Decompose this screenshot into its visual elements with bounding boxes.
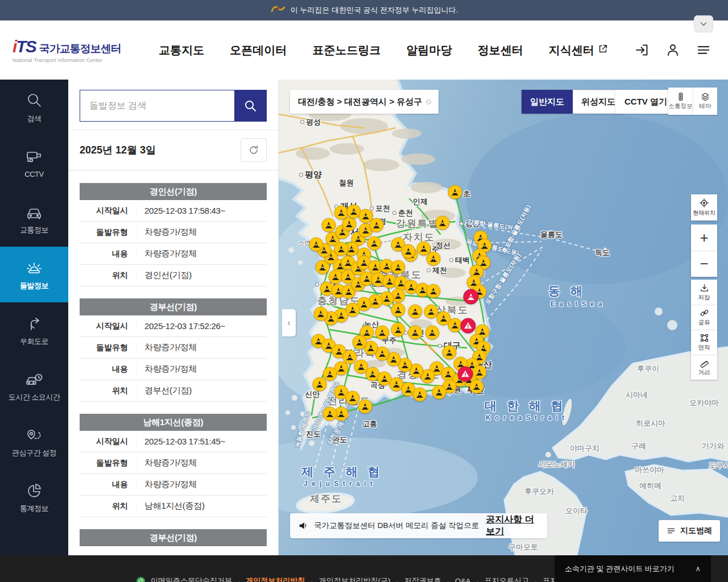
incident-marker-icon[interactable] [427, 284, 441, 298]
nav-traffic-map[interactable]: 교통지도 [159, 43, 204, 58]
incident-marker-icon[interactable] [370, 218, 384, 232]
cctv-icon [25, 147, 43, 165]
distance-button[interactable]: 거리 [691, 355, 717, 380]
sidebar-item-favorite[interactable]: 관심구간 설정 [0, 414, 68, 469]
incident-marker-icon[interactable] [391, 260, 406, 275]
notice-text: 국가교통정보센터 DB서버 메모리 증설 작업으로 [314, 521, 479, 531]
footer-link[interactable]: 이메일주소무단수집거부 [151, 576, 232, 582]
incident-marker-icon[interactable] [367, 236, 382, 251]
search-button[interactable] [234, 90, 266, 121]
incident-marker-icon[interactable] [408, 326, 423, 340]
nav-knowledge-center[interactable]: 지식센터 [549, 43, 608, 58]
sidebar-item-label: 교통정보 [18, 226, 51, 235]
incident-search-input[interactable] [80, 90, 234, 121]
incident-marker-icon[interactable] [391, 323, 406, 337]
map-legend-button[interactable]: 지도범례 [659, 520, 720, 542]
nav-info-center[interactable]: 정보센터 [478, 43, 523, 58]
incident-field-value: 차량증가/정체 [136, 227, 197, 238]
incident-marker-icon[interactable] [427, 252, 441, 266]
zoom-out-button[interactable]: − [691, 251, 717, 277]
incident-marker-icon[interactable] [432, 385, 446, 400]
normal-map-button[interactable]: 일반지도 [522, 90, 573, 114]
incident-marker-icon[interactable] [346, 391, 360, 405]
sidebar-item-search[interactable]: 검색 [0, 80, 68, 135]
incident-card[interactable]: 남해1지선(종점)시작일시2025-12-03 17:51:45~돌발유형차량증… [80, 414, 267, 517]
incident-marker-icon[interactable] [358, 400, 373, 414]
incident-card-row: 시작일시2025-12-03 17:51:45~ [80, 431, 267, 452]
incident-field-label: 시작일시 [80, 436, 136, 447]
traffic-info-button[interactable]: 소통정보 [668, 88, 693, 115]
incident-field-label: 위치 [80, 501, 136, 512]
area-button[interactable]: 면적 [691, 330, 717, 355]
incident-alert-marker-icon[interactable] [464, 289, 479, 305]
favorite-icon [25, 426, 43, 444]
sidebar-item-travel-time[interactable]: 도시간 소요시간 [0, 358, 68, 414]
incident-marker-icon[interactable] [408, 305, 423, 319]
footer-link[interactable]: 개인정보처리방침 [246, 576, 305, 582]
incident-marker-icon[interactable] [436, 216, 450, 230]
map-canvas[interactable]: 평성평양철원개성포천가평춘천인제초강릉원주정선태백제천울진서울서산천안보령논산무… [279, 80, 728, 555]
incident-card-row: 시작일시2025-12-03 17:58:43~ [80, 200, 267, 222]
current-location-label: 현재위치 [693, 209, 715, 217]
footer-link-separator: · [447, 577, 449, 582]
nav-node-link[interactable]: 표준노드링크 [312, 43, 380, 58]
incident-card[interactable]: 경부선(기점)시작일시2025-12-03 17:52:26~돌발유형차량증가/… [80, 298, 267, 402]
incident-alert-marker-icon[interactable] [461, 318, 476, 334]
save-button[interactable]: 저장 [691, 280, 717, 305]
sidebar-item-label: 통계정보 [18, 505, 51, 513]
refresh-button[interactable] [241, 138, 267, 162]
external-link-icon [598, 44, 608, 57]
nav-notice-board[interactable]: 알림마당 [407, 43, 452, 58]
incident-marker-icon[interactable] [442, 346, 457, 360]
breadcrumb[interactable]: 대전/충청 > 대전광역시 > 유성구 [290, 90, 439, 114]
egov-banner-text: 이 누리집은 대한민국 공식 전자정부 누리집입니다. [291, 5, 458, 15]
share-button[interactable]: 공유 [691, 305, 717, 330]
cctv-open-button[interactable]: CCTV 열기 [615, 90, 676, 114]
sidebar-item-cctv[interactable]: CCTV [0, 135, 68, 191]
current-location-button[interactable]: 현재위치 [691, 194, 717, 221]
incident-marker-icon[interactable] [470, 380, 484, 394]
incident-marker-icon[interactable] [448, 185, 462, 199]
incident-marker-icon[interactable] [391, 303, 406, 317]
user-icon[interactable] [665, 43, 680, 57]
footer-link[interactable]: Q&A [455, 577, 470, 582]
egov-mark-icon [270, 5, 286, 16]
incident-card[interactable]: 경인선(기점)시작일시2025-12-03 17:58:43~돌발유형차량증가/… [80, 183, 267, 286]
breadcrumb-text: 대전/충청 > 대전광역시 > 유성구 [298, 97, 422, 107]
incident-marker-icon[interactable] [413, 388, 427, 402]
incident-card-title: 경부선(기점) [80, 298, 267, 315]
sidebar-item-stats[interactable]: 통계정보 [0, 469, 68, 525]
site-logo[interactable]: iTS 국가교통정보센터 National Transport Informat… [13, 37, 130, 63]
related-sites-button[interactable]: 소속기관 및 관련사이트 바로가기 ∧ [555, 555, 711, 582]
incident-marker-icon[interactable] [353, 335, 367, 350]
incident-marker-icon[interactable] [309, 238, 324, 252]
incident-card[interactable]: 경부선(기점) [80, 529, 267, 546]
incident-marker-icon[interactable] [314, 307, 328, 321]
incident-marker-icon[interactable] [313, 377, 327, 392]
incident-field-label: 돌발유형 [80, 458, 136, 468]
theme-button[interactable]: 테마 [693, 88, 717, 115]
incident-field-label: 내용 [80, 480, 136, 490]
footer-link[interactable]: 개인정보처리방침(구) [319, 576, 391, 582]
nav-open-data[interactable]: 오픈데이터 [230, 43, 287, 58]
sidebar-item-traffic[interactable]: 교통정보 [0, 191, 68, 247]
incident-marker-icon[interactable] [322, 218, 336, 232]
footer-link[interactable]: 표지오류신고 [485, 576, 529, 582]
banner-collapse-button[interactable] [694, 15, 713, 32]
menu-icon[interactable] [696, 43, 711, 57]
incident-date: 2025년 12월 3일 [80, 143, 156, 157]
incident-marker-icon[interactable] [375, 326, 390, 340]
sidebar-item-detour[interactable]: 우회도로 [0, 302, 68, 358]
login-icon[interactable] [635, 43, 650, 57]
incident-marker-icon[interactable] [334, 242, 349, 256]
sidebar-item-incident[interactable]: 돌발정보 [0, 247, 68, 302]
incident-marker-icon[interactable] [425, 326, 440, 340]
incident-alert-marker-icon[interactable] [458, 367, 473, 382]
incident-marker-icon[interactable] [323, 407, 337, 421]
zoom-in-button[interactable]: + [691, 225, 717, 251]
footer-link[interactable]: 저작권보호 [404, 576, 441, 582]
notice-more-link[interactable]: 공지사항 더보기 [486, 514, 539, 538]
panel-collapse-handle[interactable]: ‹ [282, 309, 296, 336]
sidebar-item-label: 돌발정보 [18, 282, 51, 290]
incident-marker-icon[interactable] [402, 244, 416, 259]
